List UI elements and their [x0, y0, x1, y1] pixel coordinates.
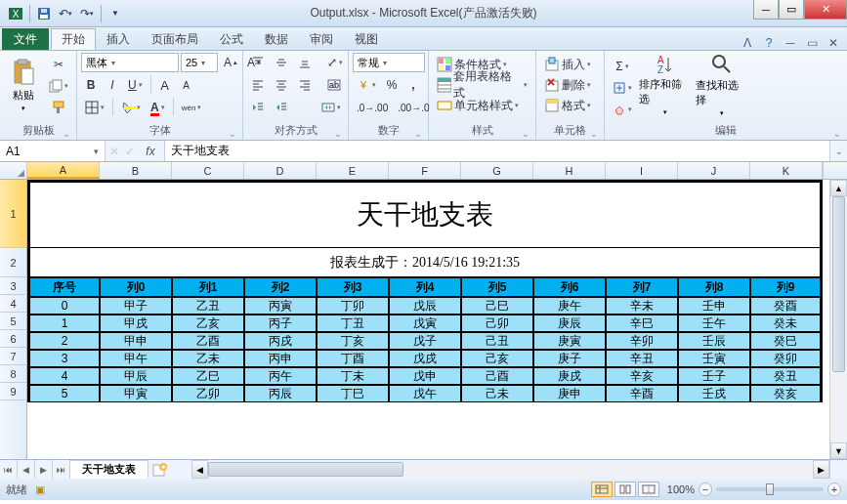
clear-button[interactable]: ▾	[609, 100, 636, 119]
expand-formula-icon[interactable]: ⌄	[829, 141, 847, 161]
phonetic-button[interactable]: wén▾	[178, 98, 206, 117]
table-cell[interactable]: 甲申	[100, 332, 172, 350]
undo-icon[interactable]: ↶▾	[56, 4, 75, 23]
align-top-button[interactable]	[247, 53, 269, 72]
table-header-cell[interactable]: 列0	[100, 277, 172, 297]
font-color-button[interactable]: A▾	[147, 98, 169, 117]
maximize-button[interactable]: ▭	[779, 0, 804, 20]
view-page-break-icon[interactable]	[638, 482, 659, 497]
table-cell[interactable]: 癸未	[750, 315, 823, 332]
table-cell[interactable]: 辛巳	[606, 315, 678, 332]
table-cell[interactable]: 乙巳	[172, 367, 244, 385]
decrease-decimal-button[interactable]: .00→.0	[394, 98, 433, 117]
table-cell[interactable]: 丁亥	[317, 332, 389, 350]
table-cell[interactable]: 3	[27, 350, 100, 367]
table-cell[interactable]: 癸丑	[750, 367, 823, 385]
table-header-cell[interactable]: 列9	[750, 277, 823, 297]
table-cell[interactable]: 甲辰	[100, 367, 172, 385]
sort-filter-button[interactable]: AZ 排序和筛选▾	[638, 53, 693, 117]
table-cell[interactable]: 辛卯	[606, 332, 678, 350]
copy-button[interactable]: ▾	[45, 76, 72, 96]
table-cell[interactable]: 丙戌	[244, 332, 317, 350]
tab-data[interactable]: 数据	[254, 28, 299, 50]
table-cell[interactable]: 5	[27, 385, 100, 402]
select-all-corner[interactable]	[0, 162, 27, 179]
find-select-button[interactable]: 查找和选择▾	[695, 53, 749, 117]
view-page-layout-icon[interactable]	[614, 482, 636, 497]
font-name-combo[interactable]: 黑体▾	[81, 53, 179, 72]
table-cell[interactable]: 壬戌	[678, 385, 750, 402]
table-cell[interactable]: 甲午	[100, 350, 172, 367]
table-cell[interactable]: 乙酉	[172, 332, 244, 350]
col-header[interactable]: C	[172, 162, 244, 179]
table-cell[interactable]: 癸卯	[750, 350, 823, 367]
table-header-cell[interactable]: 列4	[389, 277, 461, 297]
hscroll-left-icon[interactable]: ◀	[191, 460, 208, 479]
table-cell[interactable]: 己酉	[461, 367, 533, 385]
table-cell[interactable]: 庚子	[533, 350, 606, 367]
tab-file[interactable]: 文件	[2, 28, 49, 50]
number-format-combo[interactable]: 常规▾	[353, 53, 425, 72]
sheet-first-icon[interactable]: ⏮	[0, 460, 18, 479]
table-cell[interactable]: 辛酉	[606, 385, 678, 402]
excel-icon[interactable]: X	[6, 4, 25, 23]
align-left-button[interactable]	[247, 75, 269, 95]
macro-record-icon[interactable]: ▣	[35, 483, 45, 496]
table-header-cell[interactable]: 列2	[244, 277, 317, 297]
help-icon[interactable]: ?	[761, 36, 777, 50]
border-button[interactable]: ▾	[81, 98, 108, 117]
row-header[interactable]: 1	[0, 180, 26, 248]
paste-button[interactable]: 粘贴▾	[4, 53, 43, 117]
view-normal-icon[interactable]	[591, 482, 613, 497]
cancel-formula-icon[interactable]: ✕	[109, 145, 119, 158]
table-cell[interactable]: 丙申	[244, 350, 317, 367]
formula-input[interactable]: 天干地支表	[165, 141, 829, 161]
table-cell[interactable]: 辛丑	[606, 350, 678, 367]
horizontal-scrollbar[interactable]: ◀ ▶	[191, 460, 829, 479]
scroll-up-icon[interactable]: ▲	[830, 180, 847, 196]
table-cell[interactable]: 壬寅	[678, 350, 750, 367]
table-cell[interactable]: 乙卯	[172, 385, 244, 402]
table-cell[interactable]: 丁巳	[317, 385, 389, 402]
insert-cells-button[interactable]: 插入▾	[540, 55, 600, 74]
format-as-table-button[interactable]: 套用表格格式▾	[433, 75, 531, 95]
doc-restore-icon[interactable]: ▭	[804, 36, 820, 50]
col-header[interactable]: J	[678, 162, 750, 179]
table-header-cell[interactable]: 列5	[461, 277, 533, 297]
tab-home[interactable]: 开始	[51, 28, 96, 50]
table-cell[interactable]: 戊午	[389, 385, 461, 402]
format-painter-button[interactable]	[45, 98, 72, 117]
table-cell[interactable]: 庚寅	[533, 332, 606, 350]
table-cell[interactable]: 戊戌	[389, 350, 461, 367]
row-header[interactable]: 5	[0, 313, 26, 330]
percent-button[interactable]: %	[382, 75, 402, 95]
row-header[interactable]: 9	[0, 383, 26, 400]
table-header-cell[interactable]: 列8	[678, 277, 750, 297]
hscroll-right-icon[interactable]: ▶	[813, 460, 829, 479]
sheet-prev-icon[interactable]: ◀	[18, 460, 35, 479]
scroll-thumb[interactable]	[832, 196, 845, 372]
table-header-cell[interactable]: 列3	[317, 277, 389, 297]
table-cell[interactable]: 己未	[461, 385, 533, 402]
sheet-tab[interactable]: 天干地支表	[70, 460, 148, 479]
table-cell[interactable]: 丙子	[244, 315, 317, 332]
shrink-font2-button[interactable]: A	[177, 75, 196, 95]
table-cell[interactable]: 戊辰	[389, 297, 461, 315]
tab-review[interactable]: 审阅	[299, 28, 344, 50]
row-header[interactable]: 4	[0, 295, 26, 313]
table-cell[interactable]: 壬午	[678, 315, 750, 332]
table-header-cell[interactable]: 列1	[172, 277, 244, 297]
table-cell[interactable]: 壬辰	[678, 332, 750, 350]
doc-close-icon[interactable]: ✕	[826, 36, 841, 50]
enter-formula-icon[interactable]: ✓	[125, 145, 135, 158]
table-cell[interactable]: 4	[27, 367, 100, 385]
align-right-button[interactable]	[294, 75, 316, 95]
grow-font2-button[interactable]: A	[155, 75, 175, 95]
table-cell[interactable]: 己卯	[461, 315, 533, 332]
sheet-last-icon[interactable]: ⏭	[53, 460, 70, 479]
title-cell[interactable]: 天干地支表	[27, 180, 823, 248]
table-cell[interactable]: 甲寅	[100, 385, 172, 402]
col-header[interactable]: B	[100, 162, 172, 179]
table-cell[interactable]: 2	[27, 332, 100, 350]
row-header[interactable]: 2	[0, 248, 26, 277]
